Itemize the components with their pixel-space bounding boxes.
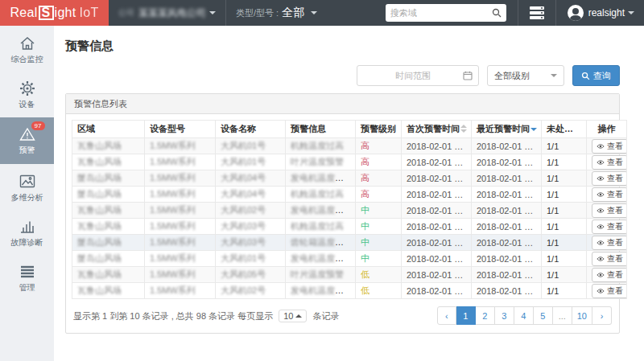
- col-first-time[interactable]: 首次预警时间: [402, 121, 472, 138]
- view-button[interactable]: 查看: [592, 171, 627, 186]
- eye-icon: [597, 175, 605, 182]
- page-button[interactable]: 3: [495, 306, 514, 325]
- sidebar-item-diagnosis[interactable]: 故障诊断: [0, 212, 54, 254]
- sidebar-item-label: 综合监控: [11, 54, 43, 65]
- server-stack-icon[interactable]: [530, 6, 544, 19]
- sidebar-item-devices[interactable]: 设备: [0, 74, 54, 116]
- info-cell: 机舱温度过高: [286, 187, 356, 203]
- user-menu[interactable]: realsight: [556, 5, 644, 21]
- col-region[interactable]: 区域: [72, 121, 145, 138]
- col-info[interactable]: 预警信息: [286, 121, 356, 138]
- table-row[interactable]: 蟹岛山风场1.5MW系列大风机01号发电机温度预警中2018-02-01 11:…: [72, 251, 627, 267]
- type-selector[interactable]: 类型/型号 : 全部: [226, 0, 327, 26]
- table-row[interactable]: 蟹岛山风场1.5MW系列大风机04号发电机温度预警高2018-02-01 11:…: [72, 170, 627, 187]
- sort-icons[interactable]: [460, 125, 467, 133]
- company-selector[interactable]: 公司 某某某风电公司: [109, 0, 225, 26]
- calendar-icon[interactable]: [463, 71, 473, 80]
- action-cell: 查看: [587, 203, 627, 219]
- logo-text-2: ight: [55, 6, 76, 20]
- unhandled-cell: 1/1: [542, 203, 587, 219]
- table-row[interactable]: 瓦鲁山风场1.5MW系列大风机05号叶片温度预警低2018-02-01 11:2…: [72, 267, 627, 283]
- type-label: 类型/型号 :: [236, 7, 279, 19]
- action-cell: 查看: [587, 219, 627, 235]
- view-button[interactable]: 查看: [592, 187, 627, 202]
- last-time-cell: 2018-02-01 11:29:38: [472, 187, 542, 203]
- last-time-cell: 2018-02-01 11:29:38: [472, 235, 542, 251]
- table-row[interactable]: 瓦鲁山风场1.5MW系列大风机01号叶片温度预警高2018-02-01 11:2…: [72, 154, 627, 170]
- model-cell: 1.5MW系列: [145, 235, 216, 251]
- table-row[interactable]: 瓦鲁山风场1.5MW系列大风机01号机舱温度过高高2018-02-01 11:2…: [72, 138, 627, 154]
- col-device[interactable]: 设备名称: [216, 121, 286, 138]
- page-button[interactable]: 10: [572, 306, 592, 325]
- sidebar-item-label: 预警: [19, 145, 35, 156]
- unhandled-cell: 1/1: [542, 138, 587, 154]
- view-button[interactable]: 查看: [592, 203, 627, 218]
- next-page-button[interactable]: ›: [592, 306, 612, 325]
- device-cell: 大风机01号: [216, 138, 286, 154]
- view-button[interactable]: 查看: [592, 252, 627, 266]
- page-size-select[interactable]: 10: [279, 310, 307, 322]
- model-cell: 1.5MW系列: [145, 267, 216, 283]
- table-row[interactable]: 蟹岛山风场1.5MW系列大风机04号机舱温度过高高2018-02-01 11:2…: [72, 187, 627, 203]
- eye-icon: [597, 159, 605, 166]
- prev-page-button[interactable]: ‹: [437, 306, 456, 325]
- search-input[interactable]: [390, 8, 492, 18]
- time-range-input[interactable]: [363, 71, 463, 80]
- region-cell: 瓦鲁山风场: [72, 267, 145, 283]
- eye-icon: [597, 143, 605, 150]
- sidebar-item-analysis[interactable]: 多维分析: [0, 167, 54, 209]
- company-label: 公司: [118, 7, 134, 18]
- view-button[interactable]: 查看: [592, 219, 627, 234]
- first-time-cell: 2018-02-01 11:29:38: [402, 138, 472, 154]
- alert-table-body: 瓦鲁山风场1.5MW系列大风机01号机舱温度过高高2018-02-01 11:2…: [72, 138, 627, 299]
- sidebar-item-management[interactable]: 管理: [0, 257, 54, 299]
- view-button[interactable]: 查看: [592, 139, 627, 154]
- col-level[interactable]: 预警级别: [356, 121, 402, 138]
- eye-icon: [597, 224, 605, 230]
- action-cell: 查看: [587, 267, 627, 283]
- level-cell: 高: [356, 138, 402, 154]
- last-time-cell: 2018-02-01 11:29:38: [472, 251, 542, 267]
- image-icon: [19, 174, 36, 190]
- view-button[interactable]: 查看: [592, 268, 627, 282]
- col-model[interactable]: 设备型号: [145, 121, 216, 138]
- view-button[interactable]: 查看: [592, 236, 627, 250]
- unhandled-cell: 1/1: [542, 154, 587, 170]
- search-box: [386, 4, 506, 22]
- view-button[interactable]: 查看: [592, 155, 627, 170]
- page-button[interactable]: 4: [514, 306, 534, 325]
- col-unhandled[interactable]: 未处理/...: [542, 121, 587, 138]
- search-icon: [581, 72, 590, 80]
- sidebar-item-label: 设备: [19, 99, 35, 110]
- page-button[interactable]: ...: [553, 306, 572, 325]
- table-row[interactable]: 瓦鲁山风场1.5MW系列大风机02号发电机温度预警中2018-02-01 11:…: [72, 203, 627, 219]
- level-select[interactable]: 全部级别: [487, 65, 564, 86]
- model-cell: 1.5MW系列: [145, 170, 216, 187]
- sidebar-item-alerts[interactable]: 97 预警: [0, 117, 54, 164]
- col-last-time[interactable]: 最近预警时间: [472, 121, 542, 138]
- table-row[interactable]: 蟹岛山风场1.5MW系列大风机03号齿轮箱温度预警中2018-02-01 11:…: [72, 235, 627, 251]
- page-button[interactable]: 2: [476, 306, 495, 325]
- query-button[interactable]: 查询: [572, 65, 620, 86]
- region-cell: 瓦鲁山风场: [72, 219, 145, 235]
- sort-desc-icon[interactable]: [530, 128, 537, 131]
- page-title: 预警信息: [65, 39, 644, 54]
- model-cell: 1.5MW系列: [145, 219, 216, 235]
- search-icon[interactable]: [492, 8, 502, 18]
- eye-icon: [597, 272, 605, 278]
- sidebar-item-monitoring[interactable]: 综合监控: [0, 29, 54, 71]
- page-button[interactable]: 5: [534, 306, 553, 325]
- query-button-label: 查询: [593, 70, 611, 82]
- table-row[interactable]: 瓦鲁山风场1.5MW系列大风机03号机舱温度过高中2018-02-01 11:2…: [72, 219, 627, 235]
- device-cell: 大风机02号: [216, 283, 286, 299]
- table-row[interactable]: 瓦鲁山风场1.5MW系列大风机02号发电机温度预警低2018-02-01 11:…: [72, 283, 627, 299]
- view-button[interactable]: 查看: [592, 284, 627, 298]
- region-cell: 瓦鲁山风场: [72, 138, 145, 154]
- first-time-cell: 2018-02-01 11:29:38: [402, 154, 472, 170]
- device-cell: 大风机01号: [216, 251, 286, 267]
- action-cell: 查看: [587, 235, 627, 251]
- eye-icon: [597, 256, 605, 262]
- sidebar-item-label: 多维分析: [11, 192, 43, 203]
- level-cell: 高: [356, 154, 402, 170]
- page-button[interactable]: 1: [456, 306, 476, 325]
